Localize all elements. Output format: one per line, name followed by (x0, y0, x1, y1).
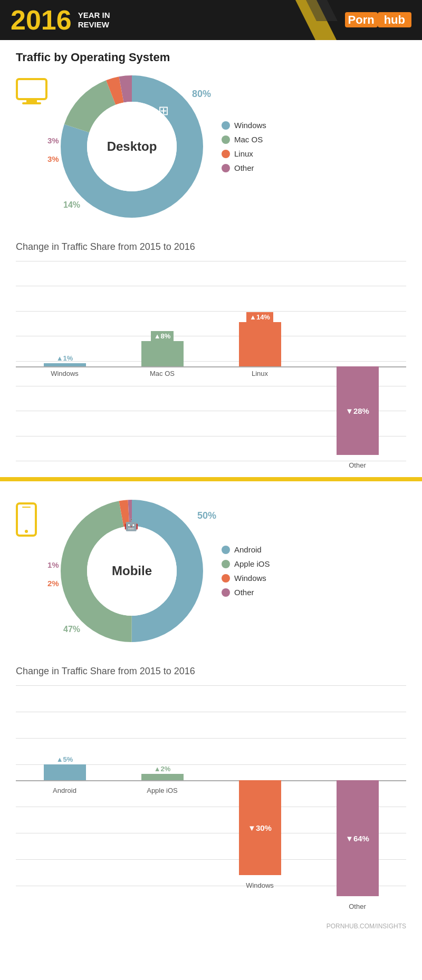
monitor-icon (16, 78, 47, 109)
svg-rect-2 (17, 79, 46, 99)
ios-percent: 47% (63, 625, 80, 634)
mobile-change-title: Change in Traffic Share from 2015 to 201… (16, 666, 406, 677)
legend-item-mobile-other: Other (222, 588, 270, 597)
macos-dot (222, 135, 230, 144)
desktop-donut-label: Desktop (107, 139, 157, 154)
year-label: 2016 (11, 6, 72, 34)
chevron-decoration (295, 0, 338, 40)
mobile-donut: 🤖 Mobile 50% 47% 2% 1% (58, 497, 206, 645)
bar-label-macos-change: ▲8% (151, 331, 174, 341)
other-percent: 3% (47, 136, 59, 145)
desktop-bar-chart-section: Change in Traffic Share from 2015 to 201… (0, 241, 422, 472)
mobile-bar-col-ios: ▲2% Apple iOS (113, 685, 211, 907)
desktop-bar-chart: ▲1% Windows ▲8% Mac OS (16, 261, 406, 461)
footer-text: PORNHUB.COM/INSIGHTS (327, 923, 406, 930)
mobile-bar-android (44, 764, 86, 780)
legend-item-android: Android (222, 545, 270, 554)
ios-dot (222, 560, 230, 568)
svg-rect-13 (22, 507, 31, 508)
linux-dot (222, 150, 230, 158)
windows-percent: 80% (192, 89, 211, 100)
bar-axis-label-linux: Linux (252, 370, 268, 377)
desktop-donut: ⊞ Desktop 80% 14% 3% 3% (58, 73, 206, 220)
bar-linux (239, 322, 281, 366)
bar-other: ▼28% (337, 366, 379, 455)
mobile-windows-percent: 2% (47, 579, 59, 588)
mobile-donut-label: Mobile (112, 564, 152, 578)
bar-macos (141, 341, 184, 366)
svg-point-12 (25, 530, 28, 533)
legend-item-ios: Apple iOS (222, 559, 270, 568)
bar-axis-label-windows: Windows (51, 370, 79, 377)
mobile-bar-chart-section: ▲5% Android ▲2% Apple iOS (0, 685, 422, 917)
review-label: YEAR IN REVIEW (78, 11, 110, 30)
svg-rect-3 (26, 99, 37, 102)
svg-text:🤖: 🤖 (124, 518, 139, 532)
mobile-other-dot (222, 588, 230, 597)
macos-percent: 14% (63, 200, 80, 210)
desktop-change-title: Change in Traffic Share from 2015 to 201… (16, 241, 406, 253)
phone-icon (16, 502, 47, 539)
yellow-divider (0, 477, 422, 481)
mobile-bar-col-other: ▼64% Other (309, 685, 406, 907)
logo: Pornhub (345, 13, 411, 27)
windows-dot (222, 121, 230, 130)
mobile-legend: Android Apple iOS Windows Other (222, 545, 270, 597)
bar-axis-label-macos: Mac OS (150, 370, 175, 377)
legend-item-other: Other (222, 163, 266, 172)
header: 2016 YEAR IN REVIEW Pornhub (0, 0, 422, 40)
svg-rect-4 (22, 102, 41, 104)
desktop-legend: Windows Mac OS Linux Other (222, 121, 266, 172)
mobile-bar-chart: ▲5% Android ▲2% Apple iOS (16, 685, 406, 907)
desktop-donut-area: ⊞ Desktop 80% 14% 3% 3% Windows Mac OS (16, 73, 406, 220)
android-percent: 50% (197, 510, 216, 521)
mobile-bar-other: ▼64% (337, 780, 379, 896)
bar-col-windows: ▲1% Windows (16, 261, 113, 461)
mobile-bar-windows: ▼30% (239, 780, 281, 875)
legend-item-windows: Windows (222, 121, 266, 130)
bar-col-linux: ▲14% Linux (211, 261, 309, 461)
legend-item-mobile-windows: Windows (222, 574, 270, 583)
mobile-bar-ios (141, 774, 184, 780)
legend-item-linux: Linux (222, 149, 266, 158)
mobile-donut-area: 🤖 Mobile 50% 47% 2% 1% Android Apple iOS (16, 497, 406, 645)
mobile-bar-col-android: ▲5% Android (16, 685, 113, 907)
desktop-section-title: Traffic by Operating System (16, 51, 406, 64)
header-left: 2016 YEAR IN REVIEW (11, 6, 110, 34)
svg-text:⊞: ⊞ (158, 103, 169, 118)
mobile-section: 🤖 Mobile 50% 47% 2% 1% Android Apple iOS (0, 487, 422, 666)
bar-axis-label-other: Other (349, 461, 366, 469)
mobile-change-title-wrap: Change in Traffic Share from 2015 to 201… (0, 666, 422, 685)
bar-col-macos: ▲8% Mac OS (113, 261, 211, 461)
legend-item-macos: Mac OS (222, 135, 266, 144)
desktop-section: Traffic by Operating System (0, 40, 422, 241)
mobile-windows-dot (222, 574, 230, 583)
other-dot (222, 164, 230, 172)
bar-label-windows-change: ▲1% (56, 354, 73, 362)
bar-label-linux-change: ▲14% (246, 312, 273, 322)
mobile-other-percent: 1% (47, 560, 59, 569)
android-dot (222, 546, 230, 554)
mobile-bar-col-windows: ▼30% Windows (211, 685, 309, 907)
linux-percent: 3% (47, 154, 59, 163)
bar-col-other: ▼28% Other (309, 261, 406, 461)
footer: PORNHUB.COM/INSIGHTS (0, 917, 422, 940)
